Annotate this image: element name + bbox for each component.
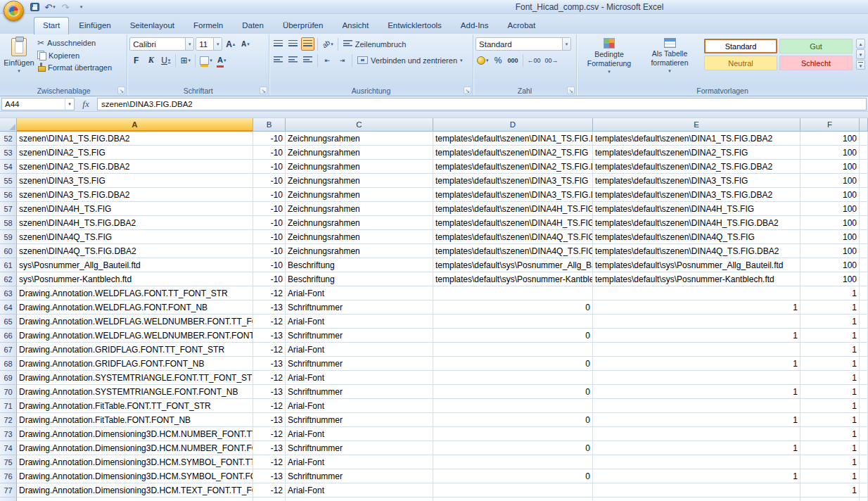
- cell-B55[interactable]: -10: [253, 174, 286, 188]
- cell-B54[interactable]: -10: [253, 160, 286, 174]
- cell-F65[interactable]: 1: [800, 315, 860, 329]
- cell-A54[interactable]: szenen\DINA2_TS.FIG.DBA2: [17, 160, 253, 174]
- row-header-52[interactable]: 52: [0, 132, 17, 146]
- cell-partial-70[interactable]: [860, 385, 868, 399]
- align-bottom-button[interactable]: [301, 37, 314, 51]
- cell-partial-65[interactable]: [860, 315, 868, 329]
- row-header-55[interactable]: 55: [0, 174, 17, 188]
- cell-C61[interactable]: Beschriftung: [286, 258, 433, 272]
- cell-F71[interactable]: 1: [800, 399, 860, 413]
- cell-E66[interactable]: 1: [593, 329, 800, 343]
- redo-button[interactable]: ↷: [59, 1, 72, 13]
- comma-style-button[interactable]: 000: [506, 53, 520, 67]
- column-header-partial[interactable]: [860, 118, 868, 132]
- undo-button[interactable]: ↶▾: [44, 1, 56, 13]
- cell-partial-74[interactable]: [860, 441, 868, 455]
- format-painter-button[interactable]: Format übertragen: [35, 62, 125, 72]
- cell-F53[interactable]: 100: [800, 146, 860, 160]
- cell-A57[interactable]: szenen\DINA4H_TS.FIG: [17, 202, 253, 216]
- tab-acrobat[interactable]: Acrobat: [498, 18, 544, 34]
- cell-A61[interactable]: sys\Posnummer_Allg_Bauteil.ftd: [17, 258, 253, 272]
- cell-C76[interactable]: Schriftnummer: [286, 469, 433, 483]
- cell-A58[interactable]: szenen\DINA4H_TS.FIG.DBA2: [17, 216, 253, 230]
- row-header-64[interactable]: 64: [0, 300, 17, 315]
- cell-B62[interactable]: -10: [253, 272, 286, 286]
- cell-E59[interactable]: templates\default\szenen\DINA4Q_TS.FIG: [593, 230, 800, 244]
- cell-A60[interactable]: szenen\DINA4Q_TS.FIG.DBA2: [17, 244, 253, 258]
- cell-partial-75[interactable]: [860, 455, 868, 469]
- row-header-65[interactable]: 65: [0, 315, 17, 329]
- row-header-78[interactable]: 78: [0, 497, 17, 501]
- row-header-57[interactable]: 57: [0, 202, 17, 216]
- cell-E70[interactable]: 1: [593, 385, 800, 399]
- cell-A75[interactable]: Drawing.Annotation.Dimensioning3D.HCM.SY…: [17, 455, 253, 469]
- font-size-select[interactable]: 11 ▾: [196, 37, 222, 51]
- cell-partial-68[interactable]: [860, 357, 868, 371]
- tab-daten[interactable]: Daten: [233, 18, 273, 34]
- cell-B58[interactable]: -10: [253, 216, 286, 230]
- merge-center-button[interactable]: Verbinden und zentrieren ▾: [355, 56, 464, 65]
- row-header-76[interactable]: 76: [0, 469, 17, 483]
- row-header-62[interactable]: 62: [0, 272, 17, 286]
- cell-D62[interactable]: templates\default\sys\Posnummer-Kantblec…: [433, 272, 593, 286]
- cell-C68[interactable]: Schriftnummer: [286, 357, 433, 371]
- cell-B69[interactable]: -12: [253, 371, 286, 385]
- font-color-button[interactable]: A▾: [215, 53, 229, 67]
- cell-C57[interactable]: Zeichnungsrahmen: [286, 202, 433, 216]
- cell-C72[interactable]: Schriftnummer: [286, 413, 433, 427]
- office-button[interactable]: [4, 1, 24, 21]
- percent-style-button[interactable]: %: [492, 53, 505, 67]
- tab-überprüfen[interactable]: Überprüfen: [274, 18, 333, 34]
- cell-C55[interactable]: Zeichnungsrahmen: [286, 174, 433, 188]
- cell-partial-67[interactable]: [860, 343, 868, 357]
- bold-button[interactable]: F: [129, 53, 143, 67]
- cell-F63[interactable]: 1: [800, 286, 860, 300]
- cell-E61[interactable]: templates\default\sys\Posnummer_Allg_Bau…: [593, 258, 800, 272]
- cell-B59[interactable]: -10: [253, 230, 286, 244]
- grow-font-button[interactable]: A▴: [224, 37, 237, 51]
- cell-E58[interactable]: templates\default\szenen\DINA4H_TS.FIG.D…: [593, 216, 800, 230]
- row-header-75[interactable]: 75: [0, 455, 17, 469]
- cell-F57[interactable]: 100: [800, 202, 860, 216]
- align-right-button[interactable]: [301, 53, 314, 67]
- cell-A76[interactable]: Drawing.Annotation.Dimensioning3D.HCM.SY…: [17, 469, 253, 483]
- cell-F70[interactable]: 1: [800, 385, 860, 399]
- cell-F78[interactable]: 1: [800, 497, 860, 501]
- cell-B67[interactable]: -12: [253, 343, 286, 357]
- formula-input[interactable]: szenen\DINA3.FIG.DBA2: [97, 98, 867, 110]
- cell-A55[interactable]: szenen\DINA3_TS.FIG: [17, 174, 253, 188]
- cell-B66[interactable]: -13: [253, 329, 286, 343]
- italic-button[interactable]: K: [144, 53, 158, 67]
- cell-D64[interactable]: 0: [433, 300, 593, 315]
- row-header-66[interactable]: 66: [0, 329, 17, 343]
- cell-partial-77[interactable]: [860, 483, 868, 497]
- cell-F58[interactable]: 100: [800, 216, 860, 230]
- cell-D73[interactable]: [433, 427, 593, 441]
- number-format-select[interactable]: Standard ▾: [476, 37, 571, 51]
- row-header-69[interactable]: 69: [0, 371, 17, 385]
- increase-indent-button[interactable]: ⇥: [336, 53, 349, 67]
- cell-B68[interactable]: -13: [253, 357, 286, 371]
- cell-C53[interactable]: Zeichnungsrahmen: [286, 146, 433, 160]
- tab-ansicht[interactable]: Ansicht: [333, 18, 378, 34]
- cell-E53[interactable]: templates\default\szenen\DINA2_TS.FIG: [593, 146, 800, 160]
- cell-A69[interactable]: Drawing.Annotation.SYSTEMTRIANGLE.FONT.T…: [17, 371, 253, 385]
- tab-einfügen[interactable]: Einfügen: [70, 18, 120, 34]
- fill-color-button[interactable]: ▾: [198, 53, 214, 67]
- gallery-more-button[interactable]: ▾: [856, 60, 865, 70]
- cell-A70[interactable]: Drawing.Annotation.SYSTEMTRIANGLE.FONT.F…: [17, 385, 253, 399]
- cell-partial-59[interactable]: [860, 230, 868, 244]
- cell-E55[interactable]: templates\default\szenen\DINA3_TS.FIG: [593, 174, 800, 188]
- gallery-scroll-up-button[interactable]: ▴: [856, 39, 865, 49]
- cut-button[interactable]: ✂ Ausschneiden: [35, 37, 125, 49]
- cell-A67[interactable]: Drawing.Annotation.GRIDFLAG.FONT.TT_FONT…: [17, 343, 253, 357]
- cell-B61[interactable]: -10: [253, 258, 286, 272]
- cell-B72[interactable]: -13: [253, 413, 286, 427]
- save-button[interactable]: [28, 1, 41, 13]
- cell-D63[interactable]: [433, 286, 593, 300]
- cell-E67[interactable]: [593, 343, 800, 357]
- cell-D65[interactable]: [433, 315, 593, 329]
- cell-C70[interactable]: Schriftnummer: [286, 385, 433, 399]
- cell-F75[interactable]: 1: [800, 455, 860, 469]
- cell-B65[interactable]: -12: [253, 315, 286, 329]
